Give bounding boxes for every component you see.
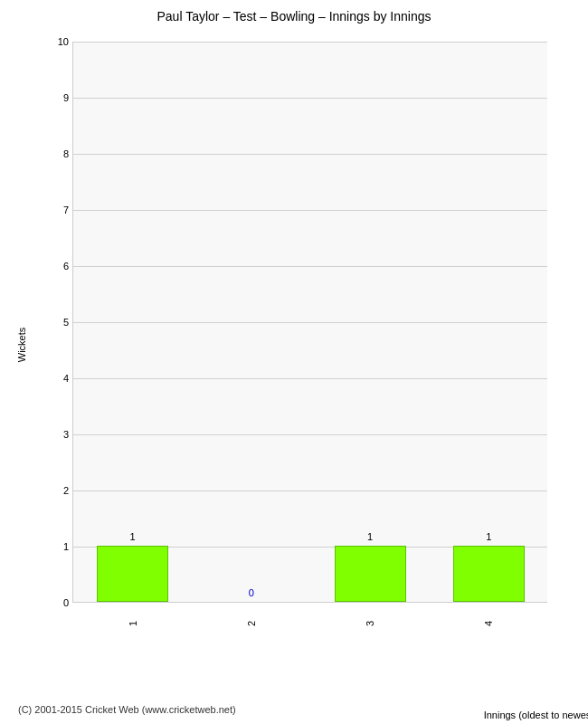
chart-container: Paul Taylor – Test – Bowling – Innings b… bbox=[0, 0, 588, 724]
chart-area: Wickets 01234567891011021314 Innings (ol… bbox=[32, 33, 556, 657]
x-tick-label: 4 bbox=[483, 621, 494, 626]
bar-value-label: 1 bbox=[97, 531, 168, 542]
chart-title: Paul Taylor – Test – Bowling – Innings b… bbox=[156, 9, 431, 24]
y-tick-label: 8 bbox=[63, 148, 73, 159]
y-tick-label: 1 bbox=[63, 541, 73, 552]
y-tick-label: 10 bbox=[58, 36, 73, 47]
grid-line bbox=[73, 434, 547, 435]
grid-line bbox=[73, 378, 547, 379]
grid-line bbox=[73, 42, 547, 43]
y-axis-label: Wickets bbox=[16, 328, 27, 363]
bar bbox=[453, 546, 525, 602]
y-tick-label: 2 bbox=[63, 485, 73, 496]
grid-line bbox=[73, 322, 547, 323]
bar-value-label: 0 bbox=[216, 587, 288, 598]
bar bbox=[335, 546, 406, 602]
bar-value-label: 1 bbox=[453, 531, 525, 542]
grid-line bbox=[73, 154, 547, 155]
y-tick-label: 4 bbox=[63, 373, 73, 384]
x-tick-label: 1 bbox=[128, 621, 138, 626]
x-tick-label: 3 bbox=[365, 621, 375, 626]
y-tick-label: 9 bbox=[63, 92, 73, 103]
bar bbox=[97, 546, 168, 602]
grid-line bbox=[73, 98, 547, 99]
y-tick-label: 6 bbox=[63, 261, 73, 272]
bar-value-label: 1 bbox=[335, 531, 406, 542]
y-tick-label: 3 bbox=[63, 429, 73, 440]
grid-line bbox=[73, 491, 547, 491]
grid-line bbox=[73, 266, 547, 267]
y-tick-label: 5 bbox=[63, 317, 73, 328]
grid-line bbox=[73, 210, 547, 211]
copyright: (C) 2001-2015 Cricket Web (www.cricketwe… bbox=[9, 704, 236, 719]
y-tick-label: 0 bbox=[63, 597, 73, 608]
x-tick-label: 2 bbox=[246, 621, 257, 626]
y-tick-label: 7 bbox=[63, 205, 73, 215]
plot-area: 01234567891011021314 bbox=[72, 42, 547, 603]
